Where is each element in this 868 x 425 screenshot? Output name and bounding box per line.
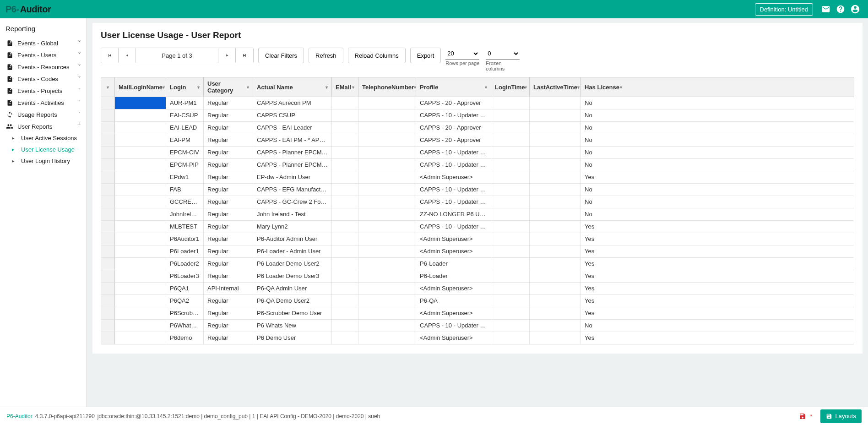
pager-first-button[interactable] bbox=[101, 48, 119, 63]
save-warn-icon[interactable] bbox=[799, 413, 806, 420]
table-row[interactable]: P6Loader3RegularP6 Loader Demo User3P6-L… bbox=[101, 270, 854, 283]
cell bbox=[491, 295, 530, 307]
chevron-down-icon: ˅ bbox=[78, 99, 81, 106]
table-row[interactable]: EAI-LEADRegularCAPPS - EAI LeaderCAPPS -… bbox=[101, 122, 854, 134]
table-row[interactable]: EAI-PMRegularCAPPS - EAI PM - * APPROVER… bbox=[101, 134, 854, 147]
frozen-columns-select[interactable]: 0 bbox=[486, 48, 520, 60]
column-label: MailLoginName bbox=[119, 84, 163, 91]
footer-app-name: P6-Auditor bbox=[6, 413, 33, 420]
column-header-Actual Name[interactable]: Actual Name▾ bbox=[253, 77, 332, 97]
cell bbox=[491, 147, 530, 158]
cell: Regular bbox=[204, 295, 253, 307]
column-header-selector[interactable]: ▾ bbox=[101, 77, 115, 97]
table-row[interactable]: P6QA2RegularP6-QA Demo User2P6-QAYes bbox=[101, 295, 854, 307]
table-row[interactable]: P6WhatsNewRegularP6 Whats NewCAPPS - 10 … bbox=[101, 320, 854, 332]
table-row[interactable]: P6Loader1RegularP6-Loader - Admin User<A… bbox=[101, 245, 854, 258]
export-button[interactable]: Export bbox=[410, 48, 441, 63]
nav-item-2[interactable]: Events - Resources˅ bbox=[0, 61, 87, 73]
filter-icon[interactable]: ▾ bbox=[107, 85, 109, 90]
chevron-up-icon: ˄ bbox=[78, 123, 81, 130]
help-icon[interactable] bbox=[833, 2, 848, 16]
nav-item-4[interactable]: Events - Projects˅ bbox=[0, 85, 87, 97]
column-header-MailLoginName[interactable]: MailLoginName▾ bbox=[115, 77, 166, 97]
column-header-Login[interactable]: Login▾ bbox=[166, 77, 204, 97]
cell bbox=[491, 159, 530, 171]
cell: FAB bbox=[166, 184, 204, 196]
cell bbox=[491, 184, 530, 196]
rows-per-page-select[interactable]: 20 bbox=[445, 48, 479, 60]
table-row[interactable]: EPCM-CIVRegularCAPPS - Planner EPCM Civi… bbox=[101, 147, 854, 159]
table-row[interactable]: GCCREW2RegularCAPPS - GC-Crew 2 ForemanC… bbox=[101, 196, 854, 208]
cell: <Admin Superuser> bbox=[416, 245, 491, 257]
nav-item-3[interactable]: Events - Codes˅ bbox=[0, 73, 87, 85]
cell bbox=[491, 208, 530, 220]
column-label: LastActiveTime bbox=[533, 84, 577, 91]
account-icon[interactable] bbox=[848, 2, 863, 16]
sub-item-user-license-usage[interactable]: ▸User License Usage bbox=[4, 144, 87, 155]
topbar: P6- Auditor Definition: Untitled bbox=[0, 0, 868, 18]
sub-item-user-login-history[interactable]: ▸User Login History bbox=[4, 155, 87, 167]
cell bbox=[358, 184, 416, 196]
nav-item-5[interactable]: Events - Activities˅ bbox=[0, 97, 87, 109]
column-label: User Category bbox=[207, 80, 247, 94]
table-row[interactable]: P6QA1API-InternalP6-QA Admin User<Admin … bbox=[101, 283, 854, 295]
cell bbox=[530, 196, 581, 208]
nav-item-0[interactable]: Events - Global˅ bbox=[0, 37, 87, 49]
table-row[interactable]: P6Auditor1RegularP6-Auditor Admin User<A… bbox=[101, 233, 854, 245]
filter-icon[interactable]: ▾ bbox=[577, 85, 580, 90]
column-header-Profile[interactable]: Profile▾ bbox=[416, 77, 491, 97]
nav-item-6[interactable]: Usage Reports˅ bbox=[0, 109, 87, 120]
table-row[interactable]: P6Scrubber1RegularP6-Scrubber Demo User<… bbox=[101, 307, 854, 320]
filter-icon[interactable]: ▾ bbox=[163, 85, 165, 90]
nav-label: Events - Activities bbox=[17, 99, 78, 106]
cell: <Admin Superuser> bbox=[416, 332, 491, 344]
mail-icon[interactable] bbox=[819, 2, 833, 16]
cell: CAPPS CSUP bbox=[253, 109, 332, 121]
cell: Regular bbox=[204, 171, 253, 183]
column-header-Has License[interactable]: Has License▾ bbox=[581, 77, 626, 97]
pager-last-button[interactable] bbox=[236, 48, 253, 63]
table-row[interactable]: EPdw1RegularEP-dw - Admin User<Admin Sup… bbox=[101, 171, 854, 184]
clear-filters-button[interactable]: Clear Filters bbox=[258, 48, 304, 63]
filter-icon[interactable]: ▾ bbox=[620, 85, 622, 90]
cell bbox=[332, 233, 358, 245]
filter-icon[interactable]: ▾ bbox=[197, 85, 200, 90]
cell: No bbox=[581, 196, 626, 208]
table-row[interactable]: AUR-PM1RegularCAPPS Aurecon PMCAPPS - 20… bbox=[101, 97, 854, 109]
cell bbox=[358, 283, 416, 294]
cell bbox=[332, 258, 358, 270]
filter-icon[interactable]: ▾ bbox=[485, 85, 487, 90]
column-header-TelephoneNumber[interactable]: TelephoneNumber▾ bbox=[358, 77, 416, 97]
filter-icon[interactable]: ▾ bbox=[525, 85, 527, 90]
nav-item-1[interactable]: Events - Users˅ bbox=[0, 49, 87, 61]
filter-icon[interactable]: ▾ bbox=[352, 85, 354, 90]
filter-icon[interactable]: ▾ bbox=[247, 85, 249, 90]
column-header-LoginTime[interactable]: LoginTime▾ bbox=[491, 77, 530, 97]
filter-icon[interactable]: ▾ bbox=[326, 85, 328, 90]
column-header-LastActiveTime[interactable]: LastActiveTime▾ bbox=[530, 77, 581, 97]
layouts-button[interactable]: Layouts bbox=[820, 409, 862, 423]
nav-user-reports[interactable]: User Reports ˄ bbox=[0, 120, 87, 132]
refresh-button[interactable]: Refresh bbox=[309, 48, 343, 63]
table-row[interactable]: MLBTESTRegularMary Lynn2CAPPS - 10 - Upd… bbox=[101, 221, 854, 233]
reload-columns-button[interactable]: Reload Columns bbox=[348, 48, 406, 63]
cell: Regular bbox=[204, 221, 253, 233]
cell: P6-Loader bbox=[416, 270, 491, 282]
column-header-EMail[interactable]: EMail▾ bbox=[332, 77, 358, 97]
table-row[interactable]: P6demoRegularP6 Demo User<Admin Superuse… bbox=[101, 332, 854, 344]
cell bbox=[530, 270, 581, 282]
cell: P6demo bbox=[166, 332, 204, 344]
pager-prev-button[interactable] bbox=[119, 48, 136, 63]
cell: P6Loader1 bbox=[166, 245, 204, 257]
column-header-User Category[interactable]: User Category▾ bbox=[204, 77, 253, 97]
table-row[interactable]: FABRegularCAPPS - EFG ManufacturingCAPPS… bbox=[101, 184, 854, 196]
table-row[interactable]: JohnIrelandRegularJohn Ireland - TestZZ-… bbox=[101, 208, 854, 221]
definition-button[interactable]: Definition: Untitled bbox=[755, 3, 814, 16]
pager-next-button[interactable] bbox=[218, 48, 236, 63]
table-row[interactable]: EPCM-PIPRegularCAPPS - Planner EPCM Pipi… bbox=[101, 159, 854, 171]
table-row[interactable]: EAI-CSUPRegularCAPPS CSUPCAPPS - 10 - Up… bbox=[101, 109, 854, 122]
cell: AUR-PM1 bbox=[166, 97, 204, 109]
column-label: TelephoneNumber bbox=[362, 84, 414, 91]
table-row[interactable]: P6Loader2RegularP6 Loader Demo User2P6-L… bbox=[101, 258, 854, 270]
sub-item-user-active-sessions[interactable]: ▸User Active Sessions bbox=[4, 132, 87, 144]
